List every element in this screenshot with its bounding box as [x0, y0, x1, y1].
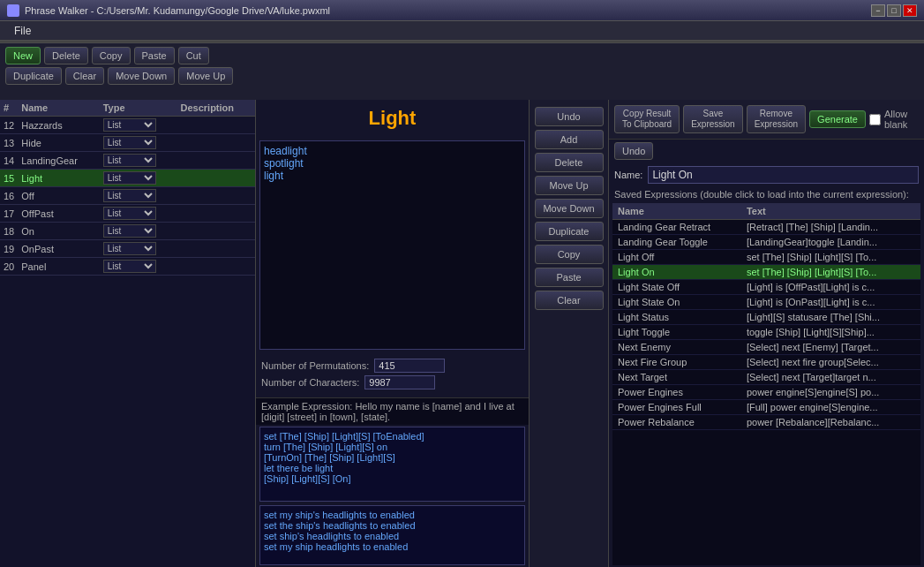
perm-value[interactable]	[374, 359, 445, 373]
saved-row[interactable]: Light On set [The] [Ship] [Light][S] [To…	[612, 265, 920, 280]
type-select[interactable]: List	[103, 189, 156, 202]
clear-button[interactable]: Clear	[65, 67, 104, 85]
row-num: 12	[0, 117, 18, 134]
file-menu[interactable]: File	[7, 24, 38, 38]
saved-expressions-table[interactable]: Name Text Landing Gear Retract [Retract]…	[612, 203, 920, 565]
table-row[interactable]: 14 LandingGear List	[0, 152, 255, 170]
close-button[interactable]: ✕	[903, 4, 917, 17]
table-row[interactable]: 13 Hide List	[0, 134, 255, 152]
list-table[interactable]: # Name Type Description 12 Hazzards List…	[0, 100, 255, 567]
paste-button[interactable]: Paste	[134, 47, 175, 64]
allow-blank-section: Allow blank	[869, 109, 919, 130]
allow-blank-checkbox[interactable]	[869, 114, 881, 125]
saved-text: power [Rebalance][Rebalanc...	[741, 415, 920, 430]
save-expression-button[interactable]: SaveExpression	[683, 105, 742, 133]
saved-row[interactable]: Power Engines power engine[S]engine[S] p…	[612, 385, 920, 400]
expr-box-2[interactable]: set my ship's headlights to enabledset t…	[259, 505, 525, 565]
table-row[interactable]: 15 Light List	[0, 170, 255, 187]
phrase-item[interactable]: light	[264, 170, 521, 182]
saved-row[interactable]: Light State On [Light] is [OnPast][Light…	[612, 295, 920, 310]
mid-duplicate-button[interactable]: Duplicate	[535, 222, 604, 241]
type-select[interactable]: List	[103, 242, 156, 255]
saved-row[interactable]: Power Rebalance power [Rebalance][Rebala…	[612, 415, 920, 430]
row-description	[177, 240, 256, 258]
name-input[interactable]	[648, 166, 919, 184]
row-description	[177, 258, 256, 276]
saved-row[interactable]: Next Target [Select] next [Target]target…	[612, 370, 920, 385]
mid-delete-button[interactable]: Delete	[535, 153, 604, 172]
copy-button[interactable]: Copy	[92, 47, 131, 64]
mid-add-button[interactable]: Add	[535, 130, 604, 149]
name-row: Name:	[609, 163, 924, 187]
delete-button[interactable]: Delete	[44, 47, 88, 64]
table-row[interactable]: 20 Panel List	[0, 258, 255, 276]
mid-paste-button[interactable]: Paste	[535, 268, 604, 287]
saved-text: [Select] next fire group[Selec...	[741, 355, 920, 370]
phrase-item[interactable]: headlight	[264, 145, 521, 157]
type-select[interactable]: List	[103, 224, 156, 238]
expr-line: turn [The] [Ship] [Light][S] on	[264, 442, 521, 452]
saved-row[interactable]: Light Off set [The] [Ship] [Light][S] [T…	[612, 250, 920, 265]
table-row[interactable]: 12 Hazzards List	[0, 117, 255, 134]
copy-result-button[interactable]: Copy ResultTo Clipboard	[614, 105, 680, 133]
expr-result-line: set the ship's headlights to enabled	[264, 520, 521, 531]
phrase-list[interactable]: headlightspotlightlight	[259, 140, 525, 350]
example-expression: Example Expression: Hello my name is [na…	[256, 397, 529, 425]
minimize-button[interactable]: −	[871, 4, 885, 17]
expr-box-1[interactable]: set [The] [Ship] [Light][S] [ToEnabled]t…	[259, 427, 525, 502]
table-row[interactable]: 18 On List	[0, 223, 255, 240]
row-num: 17	[0, 205, 18, 223]
row-name: LandingGear	[18, 152, 99, 170]
undo-button[interactable]: Undo	[614, 142, 653, 160]
saved-name: Power Engines	[612, 385, 741, 400]
mid-undo-button[interactable]: Undo	[535, 107, 604, 126]
row-num: 19	[0, 240, 18, 258]
row-type: List	[100, 240, 177, 258]
saved-text: power engine[S]engine[S] po...	[741, 385, 920, 400]
saved-row[interactable]: Light Toggle toggle [Ship] [Light][S][Sh…	[612, 325, 920, 340]
saved-row[interactable]: Landing Gear Retract [Retract] [The] [Sh…	[612, 220, 920, 235]
maximize-button[interactable]: □	[887, 4, 901, 17]
saved-row[interactable]: Light Status [Light][S] statusare [The] …	[612, 310, 920, 325]
name-label: Name:	[614, 170, 642, 180]
new-button[interactable]: New	[5, 47, 41, 64]
char-value[interactable]	[364, 375, 435, 389]
saved-row[interactable]: Next Fire Group [Select] next fire group…	[612, 355, 920, 370]
right-panel: Copy ResultTo Clipboard SaveExpression R…	[609, 100, 924, 567]
row-name: OffPast	[18, 205, 99, 223]
move-down-button[interactable]: Move Down	[108, 67, 175, 85]
generate-button[interactable]: Generate	[809, 110, 866, 128]
table-row[interactable]: 16 Off List	[0, 187, 255, 205]
saved-text: [Light][S] statusare [The] [Shi...	[741, 310, 920, 325]
cut-button[interactable]: Cut	[178, 47, 209, 64]
type-select[interactable]: List	[103, 207, 156, 220]
mid-moveup-button[interactable]: Move Up	[535, 176, 604, 195]
saved-row[interactable]: Landing Gear Toggle [LandingGear]toggle …	[612, 235, 920, 250]
type-select[interactable]: List	[103, 136, 156, 149]
table-row[interactable]: 19 OnPast List	[0, 240, 255, 258]
app-icon	[7, 4, 19, 17]
type-select[interactable]: List	[103, 171, 156, 185]
saved-name: Light Off	[612, 250, 741, 265]
saved-col-text: Text	[741, 203, 920, 220]
duplicate-button[interactable]: Duplicate	[5, 67, 62, 85]
allow-blank-label: Allow blank	[884, 109, 919, 130]
saved-text: [Select] next [Target]target n...	[741, 370, 920, 385]
phrase-item[interactable]: spotlight	[264, 157, 521, 170]
type-select[interactable]: List	[103, 118, 156, 132]
saved-row[interactable]: Next Enemy [Select] next [Enemy] [Target…	[612, 340, 920, 355]
mid-copy-button[interactable]: Copy	[535, 245, 604, 264]
mid-clear-button[interactable]: Clear	[535, 291, 604, 310]
table-row[interactable]: 17 OffPast List	[0, 205, 255, 223]
row-num: 15	[0, 170, 18, 187]
saved-name: Light Status	[612, 310, 741, 325]
row-num: 16	[0, 187, 18, 205]
mid-movedown-button[interactable]: Move Down	[535, 199, 604, 218]
move-up-button[interactable]: Move Up	[178, 67, 233, 85]
remove-expression-button[interactable]: RemoveExpression	[747, 105, 806, 133]
row-name: Hazzards	[18, 117, 99, 134]
type-select[interactable]: List	[103, 260, 156, 273]
saved-row[interactable]: Power Engines Full [Full] power engine[S…	[612, 400, 920, 415]
type-select[interactable]: List	[103, 154, 156, 167]
saved-row[interactable]: Light State Off [Light] is [OffPast][Lig…	[612, 280, 920, 295]
